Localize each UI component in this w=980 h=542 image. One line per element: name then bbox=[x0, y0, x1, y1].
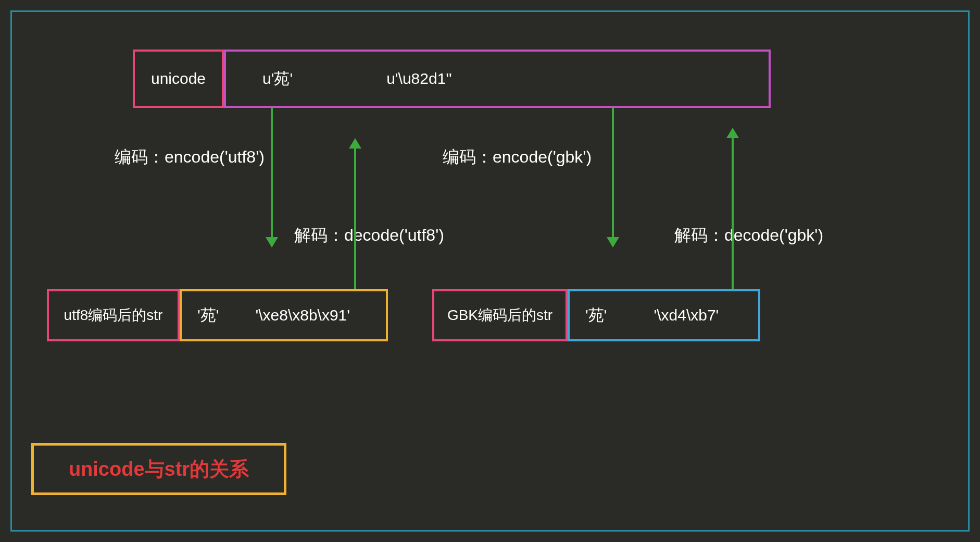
arrow-encode-utf8-head bbox=[266, 237, 278, 248]
utf8-content-box: '苑' '\xe8\x8b\x91' bbox=[180, 289, 388, 341]
utf8-value1: '苑' bbox=[197, 305, 219, 326]
decode-utf8-label: 解码：decode('utf8') bbox=[294, 224, 444, 247]
unicode-value1: u'苑' bbox=[262, 68, 293, 90]
unicode-type-box: unicode bbox=[133, 50, 224, 108]
arrow-decode-utf8-head bbox=[349, 138, 361, 149]
arrow-encode-gbk-line bbox=[612, 108, 614, 238]
gbk-label-text: GBK编码后的str bbox=[447, 305, 552, 325]
arrow-decode-gbk-head bbox=[726, 128, 739, 138]
encode-utf8-label: 编码：encode('utf8') bbox=[115, 146, 265, 169]
encode-gbk-label: 编码：encode('gbk') bbox=[443, 146, 592, 169]
utf8-value2: '\xe8\x8b\x91' bbox=[255, 306, 350, 324]
arrow-decode-gbk-line bbox=[732, 138, 734, 289]
title-text: unicode与str的关系 bbox=[69, 456, 249, 483]
utf8-label-text: utf8编码后的str bbox=[64, 305, 163, 325]
arrow-encode-utf8-line bbox=[271, 108, 273, 238]
gbk-value2: '\xd4\xb7' bbox=[654, 306, 719, 324]
unicode-label-text: unicode bbox=[151, 70, 206, 88]
title-box: unicode与str的关系 bbox=[31, 443, 286, 495]
gbk-value1: '苑' bbox=[585, 305, 607, 326]
arrow-decode-utf8-line bbox=[354, 149, 356, 289]
arrow-encode-gbk-head bbox=[607, 237, 619, 248]
utf8-type-box: utf8编码后的str bbox=[47, 289, 180, 341]
unicode-value2: u'\u82d1'' bbox=[386, 70, 452, 88]
diagram-canvas: unicode u'苑' u'\u82d1'' 编码：encode('utf8'… bbox=[0, 0, 980, 542]
gbk-type-box: GBK编码后的str bbox=[432, 289, 568, 341]
unicode-content-box: u'苑' u'\u82d1'' bbox=[224, 50, 771, 108]
decode-gbk-label: 解码：decode('gbk') bbox=[674, 224, 823, 247]
gbk-content-box: '苑' '\xd4\xb7' bbox=[568, 289, 760, 341]
